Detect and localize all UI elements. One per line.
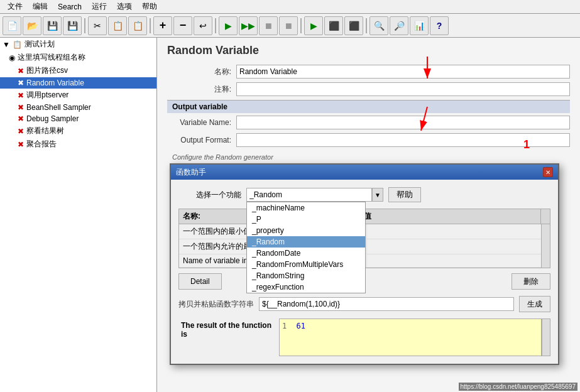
- comment-label: 注释:: [167, 84, 236, 95]
- toolbar-open-btn[interactable]: 📂: [23, 16, 41, 35]
- tree-item-beanshell[interactable]: ✖ BeanShell Sampler: [0, 102, 156, 113]
- result-value: 61: [296, 322, 305, 330]
- generate-btn[interactable]: 生成: [519, 296, 550, 312]
- tree-debug-label: Debug Sampler: [26, 114, 79, 123]
- tree-aggregate-icon: ✖: [18, 140, 24, 149]
- menu-edit[interactable]: 编辑: [28, 0, 53, 13]
- tree-item-randomvar[interactable]: ✖ Random Variable: [0, 77, 156, 89]
- menu-options[interactable]: 选项: [112, 0, 137, 13]
- toolbar-cut-btn[interactable]: ✂: [88, 16, 107, 35]
- toolbar-remove-btn[interactable]: −: [173, 16, 192, 35]
- tree-threadgroup-icon: ◉: [9, 53, 15, 62]
- func-select-container: ▼ _machineName _P _property _Random _Ran…: [246, 188, 383, 202]
- dropdown-item-randomstring[interactable]: _RandomString: [247, 270, 365, 281]
- menu-run[interactable]: 运行: [87, 0, 112, 13]
- varname-input[interactable]: [236, 116, 570, 129]
- watermark: https://blog.csdn.net/luanpeng825485697: [459, 383, 578, 391]
- tree-item-aggregate[interactable]: ✖ 聚合报告: [0, 138, 156, 151]
- params-value-input-1[interactable]: [368, 241, 548, 249]
- toolbar-remote-start-btn[interactable]: 🔍: [369, 16, 388, 35]
- dropdown-item-random[interactable]: _Random: [247, 236, 365, 248]
- toolbar-new-btn[interactable]: 📄: [3, 16, 21, 35]
- params-scrollbar[interactable]: [541, 224, 550, 268]
- name-input[interactable]: [236, 65, 570, 79]
- toolbar-log-btn[interactable]: 📊: [410, 16, 429, 35]
- tree-randomvar-icon: ✖: [18, 79, 24, 87]
- tree-item-viewresult[interactable]: ✖ 察看结果树: [0, 124, 156, 138]
- params-value-2[interactable]: [367, 254, 550, 267]
- menu-help[interactable]: 帮助: [137, 0, 162, 13]
- params-value-input-2[interactable]: [368, 256, 548, 264]
- tree-item-csv[interactable]: ✖ 图片路径csv: [0, 64, 156, 77]
- params-value-0[interactable]: [367, 224, 550, 239]
- tree-beanshell-label: BeanShell Sampler: [26, 103, 91, 112]
- toolbar-search-btn[interactable]: ⬛: [344, 16, 363, 35]
- params-scrollbar-placeholder: [541, 209, 550, 224]
- tree-randomvar-label: Random Variable: [26, 79, 84, 87]
- toolbar-stop-btn[interactable]: ⏹: [259, 16, 278, 35]
- tree-csv-label: 图片路径csv: [26, 65, 68, 76]
- dropdown-item-regexfunction[interactable]: _regexFunction: [247, 281, 365, 293]
- toolbar-paste-btn[interactable]: 📋: [128, 16, 147, 35]
- menu-file[interactable]: 文件: [3, 0, 28, 13]
- tree-expand-icon: ▼: [3, 40, 10, 49]
- varname-label: Variable Name:: [167, 118, 236, 127]
- dropdown-item-p[interactable]: _P: [247, 214, 365, 225]
- comment-input[interactable]: [236, 82, 570, 96]
- func-select-row: 选择一个功能 ▼ _machineName _P _property _Rand…: [178, 187, 550, 202]
- dropdown-item-property[interactable]: _property: [247, 225, 365, 236]
- func-dropdown-btn[interactable]: ▼: [372, 188, 383, 202]
- tree-item-threadgroup[interactable]: ◉ 这里填写线程组名称: [0, 51, 156, 64]
- copy-paste-label: 拷贝并粘贴函数字符串: [178, 299, 254, 310]
- outputformat-label: Output Format:: [167, 136, 236, 144]
- toolbar-clearall-btn[interactable]: ⬛: [324, 16, 343, 35]
- outputformat-input[interactable]: [236, 133, 570, 147]
- toolbar-copy-btn[interactable]: 📋: [108, 16, 127, 35]
- dialog-body: 选择一个功能 ▼ _machineName _P _property _Rand…: [171, 180, 558, 364]
- help-btn[interactable]: 帮助: [388, 187, 421, 202]
- main-layout: ▼ 📋 测试计划 ◉ 这里填写线程组名称 ✖ 图片路径csv ✖ Random …: [0, 38, 580, 392]
- result-content: 1 61: [279, 318, 542, 356]
- outputformat-row: Output Format:: [167, 133, 570, 147]
- toolbar-play-nopause-btn[interactable]: ▶▶: [239, 16, 258, 35]
- toolbar-saveas-btn[interactable]: 💾: [63, 16, 82, 35]
- name-label: 名称:: [167, 67, 236, 77]
- dropdown-item-randomfrommultiplevars[interactable]: _RandomFromMultipleVars: [247, 259, 365, 270]
- tree-aggregate-label: 聚合报告: [26, 139, 57, 150]
- params-value-input-0[interactable]: [368, 226, 548, 234]
- delete-btn[interactable]: 删除: [512, 273, 550, 290]
- toolbar-help-btn[interactable]: ?: [430, 16, 449, 35]
- configure-label: Configure the Random generator: [167, 151, 570, 163]
- dropdown-item-randomdate[interactable]: _RandomDate: [247, 248, 365, 259]
- toolbar-save-btn[interactable]: 💾: [43, 16, 62, 35]
- tree-item-debug[interactable]: ✖ Debug Sampler: [0, 113, 156, 124]
- toolbar-sep-1: [84, 18, 85, 33]
- left-panel: ▼ 📋 测试计划 ◉ 这里填写线程组名称 ✖ 图片路径csv ✖ Random …: [0, 38, 157, 392]
- dialog-title-text: 函数助手: [176, 167, 206, 178]
- tree-ptserver-icon: ✖: [18, 91, 24, 100]
- toolbar-stop-now-btn[interactable]: ⏹: [279, 16, 298, 35]
- right-panel: Random Variable 名称: 注释: Output variable …: [157, 38, 580, 392]
- result-scrollbar[interactable]: [542, 318, 550, 356]
- func-select-input[interactable]: [246, 188, 372, 202]
- toolbar-back-btn[interactable]: ↩: [194, 16, 212, 35]
- detail-btn[interactable]: Detail: [178, 273, 222, 290]
- dialog-close-btn[interactable]: ✕: [543, 167, 553, 177]
- copy-paste-input[interactable]: [259, 297, 514, 311]
- tree-item-testplan[interactable]: ▼ 📋 测试计划: [0, 38, 156, 51]
- params-value-1[interactable]: [367, 239, 550, 254]
- dropdown-item-machinename[interactable]: _machineName: [247, 202, 365, 214]
- toolbar-sep-4: [300, 18, 302, 33]
- toolbar-remote-stop-btn[interactable]: 🔎: [390, 16, 408, 35]
- tree-ptserver-label: 调用ptserver: [26, 90, 68, 101]
- menu-search[interactable]: Search: [53, 1, 87, 13]
- result-area: The result of the function is 1 61: [178, 318, 550, 356]
- tree-item-ptserver[interactable]: ✖ 调用ptserver: [0, 89, 156, 102]
- dropdown-list[interactable]: _machineName _P _property _Random _Rando…: [246, 202, 366, 293]
- tree-viewresult-icon: ✖: [18, 127, 24, 136]
- toolbar-add-btn[interactable]: +: [153, 16, 172, 35]
- toolbar-clear-btn[interactable]: ▶: [304, 16, 323, 35]
- toolbar-sep-3: [215, 18, 216, 33]
- toolbar-play-btn[interactable]: ▶: [219, 16, 238, 35]
- tree-testplan-label: 测试计划: [25, 39, 55, 50]
